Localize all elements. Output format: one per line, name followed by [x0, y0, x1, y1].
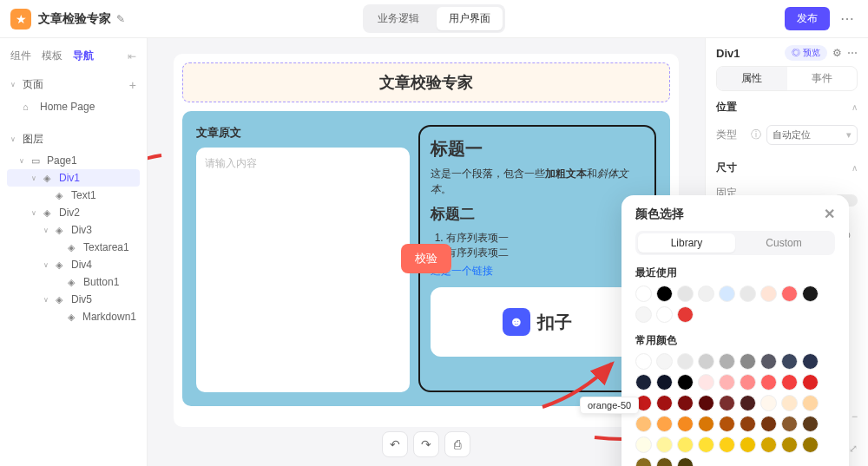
color-swatch[interactable]	[635, 286, 652, 302]
color-swatch[interactable]	[698, 286, 714, 302]
more-icon[interactable]: ⋯	[847, 47, 858, 59]
color-swatch[interactable]	[719, 416, 735, 432]
tree-div5[interactable]: ∨◈Div5	[7, 291, 140, 308]
redo-button[interactable]: ↷	[413, 431, 439, 457]
color-swatch[interactable]	[635, 353, 652, 370]
info-icon[interactable]: ⓘ	[751, 128, 761, 142]
color-swatch[interactable]	[781, 286, 798, 302]
color-swatch[interactable]	[740, 395, 756, 411]
tab-biz-logic[interactable]: 业务逻辑	[365, 7, 431, 30]
pages-section-header[interactable]: ∨页面 +	[7, 72, 140, 97]
canvas[interactable]: 文章校验专家 文章原文 请输入内容 校验 标题一 这是一个段落，包含一些加粗文本…	[174, 54, 679, 427]
color-swatch[interactable]	[740, 353, 756, 370]
color-swatch[interactable]	[760, 395, 777, 411]
tree-button1[interactable]: ◈Button1	[7, 273, 140, 291]
page-home[interactable]: ⌂ Home Page	[7, 97, 140, 116]
color-swatch[interactable]	[635, 457, 652, 466]
color-swatch[interactable]	[656, 416, 673, 432]
color-swatch[interactable]	[781, 416, 798, 432]
tree-page1[interactable]: ∨▭Page1	[7, 152, 140, 169]
color-swatch[interactable]	[656, 306, 673, 323]
tab-properties[interactable]: 属性	[717, 67, 787, 90]
tree-div2[interactable]: ∨◈Div2	[7, 204, 140, 221]
color-swatch[interactable]	[656, 374, 673, 391]
color-swatch[interactable]	[698, 374, 714, 391]
color-swatch[interactable]	[656, 457, 673, 466]
undo-button[interactable]: ↶	[382, 431, 408, 457]
color-swatch[interactable]	[677, 416, 694, 432]
color-swatch[interactable]	[656, 286, 673, 302]
preview-badge[interactable]: ◎ 预览	[785, 45, 827, 61]
color-swatch[interactable]	[760, 286, 777, 302]
color-swatch[interactable]	[760, 436, 777, 453]
color-swatch[interactable]	[760, 353, 777, 370]
color-swatch[interactable]	[635, 306, 652, 323]
tree-div4[interactable]: ∨◈Div4	[7, 256, 140, 273]
color-swatch[interactable]	[802, 416, 819, 432]
color-swatch[interactable]	[677, 306, 694, 323]
color-swatch[interactable]	[760, 416, 777, 432]
color-swatch[interactable]	[635, 416, 652, 432]
color-swatch[interactable]	[802, 395, 819, 411]
color-swatch[interactable]	[719, 286, 735, 302]
tab-user-interface[interactable]: 用户界面	[437, 7, 503, 30]
tree-div3[interactable]: ∨◈Div3	[7, 221, 140, 239]
div3-element[interactable]: 文章原文 请输入内容	[196, 125, 410, 392]
color-swatch[interactable]	[677, 374, 694, 391]
settings-icon[interactable]: ⚙	[832, 47, 842, 59]
preview-link[interactable]: 这是一个链接	[431, 264, 644, 279]
color-swatch[interactable]	[802, 286, 819, 302]
cp-tab-custom[interactable]: Custom	[735, 233, 832, 253]
more-menu-icon[interactable]: ⋯	[837, 7, 858, 30]
cp-tab-library[interactable]: Library	[638, 233, 735, 253]
sl-tab-components[interactable]: 组件	[10, 49, 31, 63]
color-swatch[interactable]	[719, 395, 735, 411]
color-swatch[interactable]	[781, 353, 798, 370]
export-button[interactable]: ⎙	[444, 431, 470, 457]
edit-title-icon[interactable]: ✎	[116, 13, 125, 25]
color-swatch[interactable]	[698, 353, 714, 370]
div5-markdown-preview[interactable]: 标题一 这是一个段落，包含一些加粗文本和斜体文本。 标题二 有序列表项一 有序列…	[418, 125, 656, 392]
color-swatch[interactable]	[740, 286, 756, 302]
color-swatch[interactable]	[635, 436, 652, 453]
color-swatch[interactable]	[698, 436, 714, 453]
color-swatch[interactable]	[719, 353, 735, 370]
color-swatch[interactable]	[802, 353, 819, 370]
collapse-sidebar-icon[interactable]: ⇤	[128, 50, 136, 62]
color-swatch[interactable]	[760, 374, 777, 391]
color-swatch[interactable]	[635, 374, 652, 391]
add-page-icon[interactable]: +	[129, 78, 136, 92]
tree-markdown1[interactable]: ◈Markdown1	[7, 308, 140, 325]
tree-div1[interactable]: ∨◈Div1	[7, 169, 140, 187]
color-swatch[interactable]	[677, 395, 694, 411]
publish-button[interactable]: 发布	[785, 7, 830, 30]
textarea-input[interactable]: 请输入内容	[196, 148, 410, 392]
verify-button[interactable]: 校验	[401, 244, 451, 273]
color-swatch[interactable]	[677, 353, 694, 370]
tree-text1[interactable]: ◈Text1	[7, 187, 140, 204]
sl-tab-nav[interactable]: 导航	[73, 49, 94, 63]
color-swatch[interactable]	[802, 436, 819, 453]
position-type-select[interactable]: 自动定位▾	[766, 125, 858, 145]
color-swatch[interactable]	[656, 436, 673, 453]
tab-events[interactable]: 事件	[787, 67, 858, 90]
color-swatch[interactable]	[677, 286, 694, 302]
remove-bg-icon[interactable]: −	[852, 410, 858, 423]
color-swatch[interactable]	[802, 374, 819, 391]
sl-tab-templates[interactable]: 模板	[42, 49, 62, 63]
div2-element[interactable]: 文章原文 请输入内容 校验 标题一 这是一个段落，包含一些加粗文本和斜体文本。 …	[182, 111, 670, 406]
color-swatch[interactable]	[656, 395, 673, 411]
color-swatch[interactable]	[698, 416, 714, 432]
color-swatch[interactable]	[781, 395, 798, 411]
color-swatch[interactable]	[740, 374, 756, 391]
expand-radius-icon[interactable]: ⤢	[849, 443, 858, 455]
color-swatch[interactable]	[781, 436, 798, 453]
close-icon[interactable]: ✕	[824, 206, 835, 222]
color-swatch[interactable]	[677, 457, 694, 466]
color-swatch[interactable]	[677, 436, 694, 453]
color-swatch[interactable]	[698, 395, 714, 411]
layers-section-header[interactable]: ∨图层	[7, 127, 140, 152]
div1-element[interactable]: 文章校验专家	[182, 62, 670, 102]
color-swatch[interactable]	[656, 353, 673, 370]
color-swatch[interactable]	[781, 374, 798, 391]
